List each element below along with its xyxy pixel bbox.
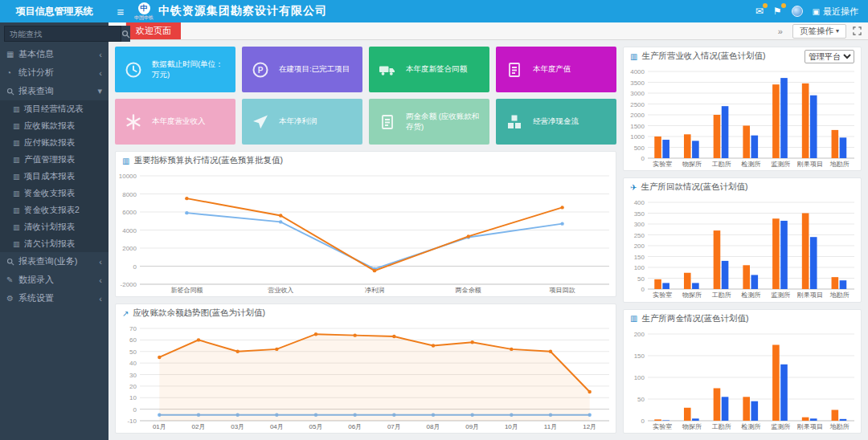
svg-text:0: 0: [133, 406, 137, 414]
svg-text:监测所: 监测所: [771, 161, 790, 168]
kpi-tile[interactable]: 两金余额 (应收账款和存货): [369, 99, 489, 145]
chevron-left-icon: ‹: [99, 257, 102, 267]
kpi-tile[interactable]: 经营净现金流: [496, 99, 616, 145]
sidebar-subitem[interactable]: ▥资金收支报表: [0, 185, 108, 202]
kpi-tile[interactable]: P在建项目:已完工项目: [242, 47, 362, 92]
payment-panel-title: 生产所回款情况(蓝色计划值): [641, 181, 747, 193]
svg-text:新签合同额: 新签合同额: [170, 287, 203, 294]
dashboard: 数据截止时间(单位：万元)P在建项目:已完工项目本年度新签合同额本年度产值本年度…: [108, 40, 868, 440]
kpi-tile-label: 本年度营业收入: [152, 116, 206, 126]
svg-text:检测所: 检测所: [741, 291, 761, 299]
recent-operations-label: 最近操作: [823, 6, 858, 18]
bar-chart-icon: ▥: [13, 206, 24, 214]
invoice-icon: [502, 60, 526, 79]
svg-text:70: 70: [129, 325, 137, 332]
tab-welcome[interactable]: 欢迎页面: [126, 22, 181, 39]
svg-text:刚果项目: 刚果项目: [797, 291, 823, 299]
sidebar-subitem[interactable]: ▥清欠计划报表: [0, 235, 108, 252]
sidebar-subitem[interactable]: ▥应收账款报表: [0, 117, 108, 134]
revenue-chart-panel: ▥ 生产所营业收入情况(蓝色计划值) 管理平台 0500100015002000…: [623, 47, 862, 171]
chevron-down-icon: ▾: [97, 86, 102, 96]
sidebar-item[interactable]: 报表查询▾: [0, 82, 108, 100]
bar-chart-icon: ▥: [13, 223, 24, 231]
monitor-icon: ▣: [813, 7, 820, 16]
paper-plane-icon: [248, 112, 272, 132]
sidebar-subitem[interactable]: ▥清收计划报表: [0, 218, 108, 235]
sidebar-subitem[interactable]: ▥应付账款报表: [0, 134, 108, 151]
svg-text:60: 60: [129, 336, 137, 344]
svg-text:P: P: [258, 65, 264, 74]
svg-text:350: 350: [634, 210, 645, 218]
mail-icon[interactable]: ✉: [755, 6, 764, 17]
search-icon[interactable]: [121, 26, 130, 42]
chevron-left-icon: ‹: [99, 275, 102, 285]
fullscreen-icon[interactable]: [853, 26, 862, 35]
twojin-bar-chart: 050100150200实验室物探所工勘所检测所监测所刚果项目地勘所: [624, 328, 861, 433]
svg-text:检测所: 检测所: [741, 161, 761, 168]
svg-text:250: 250: [634, 232, 645, 239]
menu-toggle-icon[interactable]: ≡: [108, 5, 133, 18]
twojin-chart-panel: ▥ 生产所两金情况(蓝色计划值) 050100150200实验室物探所工勘所检测…: [623, 309, 862, 434]
function-search-bar: [0, 22, 108, 45]
sidebar-item[interactable]: ⚙系统设置‹: [0, 289, 108, 308]
kpi-tiles: 数据截止时间(单位：万元)P在建项目:已完工项目本年度新签合同额本年度产值本年度…: [115, 47, 616, 145]
bar-chart-icon: ▥: [13, 156, 24, 164]
svg-text:200: 200: [634, 331, 645, 338]
search-input[interactable]: [4, 26, 121, 42]
sidebar-item[interactable]: ◔统计分析‹: [0, 63, 108, 82]
kpi-tile-label: 本年度产值: [533, 64, 571, 74]
recent-operations-button[interactable]: ▣ 最近操作: [813, 6, 858, 18]
crec-logo-text: 中国中铁: [134, 15, 154, 20]
pie-chart-icon: ◔: [6, 68, 18, 77]
svg-text:监测所: 监测所: [771, 291, 790, 299]
sidebar-menu: ▦基本信息‹◔统计分析‹报表查询▾▥项目经营情况表▥应收账款报表▥应付账款报表▥…: [0, 45, 108, 308]
bar-chart-icon: ▥: [13, 189, 24, 198]
sidebar-subitem[interactable]: ▥资金收支报表2: [0, 202, 108, 218]
grid-icon: ▦: [6, 50, 18, 59]
cubes-icon: [502, 112, 526, 132]
svg-text:100: 100: [634, 264, 645, 271]
sidebar-item[interactable]: 报表查询(业务)‹: [0, 252, 108, 271]
svg-text:50: 50: [637, 396, 645, 403]
payment-chart-panel: ✈ 生产所回款情况(蓝色计划值) 05010015020025030035040…: [623, 177, 862, 302]
sidebar-item[interactable]: ✎数据录入‹: [0, 271, 108, 289]
sidebar-subitem[interactable]: ▥产值管理报表: [0, 151, 108, 168]
tabs-scroll-right-icon[interactable]: »: [775, 26, 786, 36]
flag-icon[interactable]: ⚑: [773, 6, 782, 17]
svg-text:营业收入: 营业收入: [268, 287, 293, 294]
kpi-tile-label: 两金余额 (应收账款和存货): [406, 112, 483, 132]
kpi-tile[interactable]: 本年净利润: [242, 99, 362, 145]
svg-text:刚果项目: 刚果项目: [797, 423, 823, 430]
svg-text:地勘所: 地勘所: [829, 291, 850, 299]
budget-line-chart: -20000200040006000800010000新签合同额营业收入净利润两…: [116, 169, 616, 296]
tabbar-right: » 页签操作 ▾: [775, 24, 868, 39]
sidebar-item[interactable]: ▦基本信息‹: [0, 45, 108, 63]
tabbar: « 欢迎页面 » 页签操作 ▾: [108, 22, 868, 40]
sidebar-item-label: 统计分析: [18, 67, 99, 79]
svg-text:10000: 10000: [119, 173, 137, 180]
avatar-globe-icon[interactable]: [792, 6, 803, 17]
svg-text:10月: 10月: [505, 423, 518, 430]
search-icon: [6, 88, 18, 96]
svg-text:实验室: 实验室: [653, 291, 672, 299]
panel-head: ▥ 生产所营业收入情况(蓝色计划值) 管理平台: [624, 47, 861, 65]
topbar-actions: ✉ ⚑ ▣ 最近操作: [755, 6, 868, 18]
receivable-line-chart: -1001020304050607001月02月03月04月05月06月07月0…: [116, 322, 616, 433]
platform-select[interactable]: 管理平台: [805, 50, 854, 63]
tab-operations-button[interactable]: 页签操作 ▾: [792, 24, 846, 39]
kpi-tile[interactable]: 数据截止时间(单位：万元): [115, 47, 235, 92]
kpi-tile[interactable]: 本年度产值: [496, 47, 616, 92]
sidebar-subitem-label: 项目成本报表: [24, 171, 75, 182]
svg-text:2500: 2500: [630, 101, 645, 108]
chevron-left-icon: ‹: [99, 294, 102, 304]
svg-text:150: 150: [634, 352, 645, 360]
svg-text:400: 400: [634, 199, 645, 206]
sidebar-subitem[interactable]: ▥项目经营情况表: [0, 100, 108, 117]
budget-panel-title: 重要指标预算执行情况(蓝色预算批复值): [133, 155, 283, 166]
receivable-chart-panel: ↗ 应收账款余额趋势图(蓝色为计划值) -1001020304050607001…: [115, 304, 616, 434]
sidebar-subitem-label: 项目经营情况表: [24, 104, 84, 115]
sidebar-subitem[interactable]: ▥项目成本报表: [0, 168, 108, 185]
kpi-tile[interactable]: 本年度营业收入: [115, 99, 235, 145]
kpi-tile[interactable]: 本年度新签合同额: [369, 47, 489, 92]
svg-text:监测所: 监测所: [771, 423, 790, 430]
